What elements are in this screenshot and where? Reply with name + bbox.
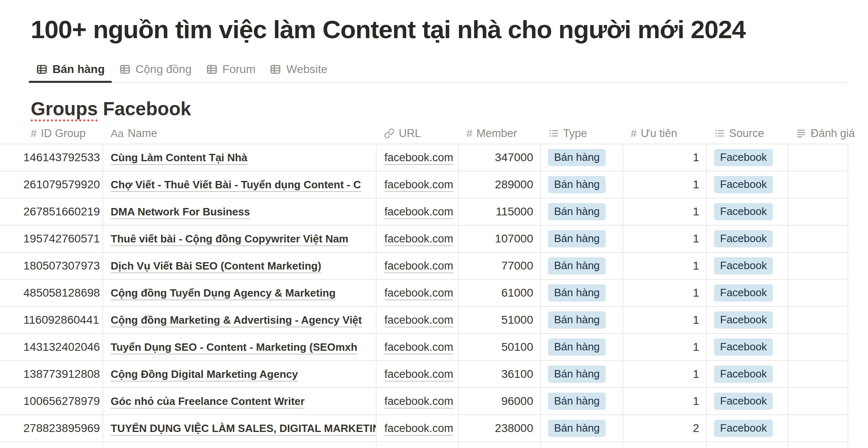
cell-rating[interactable]	[788, 280, 848, 307]
tab-ban-hang[interactable]: Bán hàng	[29, 57, 112, 82]
cell-name[interactable]: Dịch Vụ Viết Bài SEO (Content Marketing)	[103, 253, 377, 280]
cell-member[interactable]: 36100	[459, 361, 541, 388]
group-name-link[interactable]: Cộng Đồng Digital Marketing Agency	[111, 368, 298, 381]
column-header-url[interactable]: URL	[377, 123, 459, 144]
cell-name[interactable]	[103, 442, 377, 447]
cell-rating[interactable]	[788, 144, 848, 171]
tab-cong-dong[interactable]: Cộng đồng	[112, 57, 199, 82]
url-link[interactable]: facebook.com	[384, 233, 453, 245]
cell-source[interactable]: Facebook	[707, 144, 788, 171]
url-link[interactable]: facebook.com	[384, 314, 453, 327]
cell-name[interactable]: Góc nhỏ của Freelance Content Writer	[103, 388, 377, 415]
cell-type[interactable]: Bán hàng	[541, 388, 623, 415]
cell-type[interactable]: Bán hàng	[541, 171, 623, 199]
group-name-link[interactable]: Cộng đồng Tuyển Dụng Agency & Marketing	[111, 287, 336, 299]
cell-member[interactable]: 51000	[459, 307, 541, 334]
url-link[interactable]: facebook.com	[384, 206, 453, 218]
column-header-id-group[interactable]: # ID Group	[0, 123, 103, 144]
group-name-link[interactable]: TUYỂN DỤNG VIỆC LÀM SALES, DIGITAL MARKE…	[111, 422, 377, 435]
cell-source[interactable]: Facebook	[707, 307, 788, 334]
section-heading[interactable]: Groups Facebook	[31, 98, 191, 120]
url-link[interactable]: facebook.com	[384, 260, 453, 272]
cell-priority[interactable]: 1	[623, 226, 707, 253]
column-header-type[interactable]: Type	[541, 123, 623, 144]
group-name-link[interactable]: Dịch Vụ Viết Bài SEO (Content Marketing)	[111, 260, 321, 272]
cell-id-group[interactable]: 146143792533	[0, 144, 103, 171]
cell-member[interactable]: 50100	[459, 334, 541, 361]
cell-id-group[interactable]: 143132402046	[0, 334, 103, 361]
cell-priority[interactable]: 1	[623, 253, 707, 280]
cell-name[interactable]: TUYỂN DỤNG VIỆC LÀM SALES, DIGITAL MARKE…	[103, 415, 377, 442]
cell-source[interactable]: Facebook	[707, 334, 788, 361]
cell-rating[interactable]	[788, 334, 848, 361]
group-name-link[interactable]: Chợ Viết - Thuê Viết Bài - Tuyển dụng Co…	[111, 178, 361, 191]
cell-priority[interactable]: 1	[623, 280, 707, 307]
group-name-link[interactable]: Góc nhỏ của Freelance Content Writer	[111, 395, 304, 408]
cell-source[interactable]: Facebook	[707, 226, 788, 253]
cell-name[interactable]: Cộng đồng Tuyển Dụng Agency & Marketing	[103, 280, 377, 307]
cell-id-group[interactable]: 485058128698	[0, 280, 103, 307]
url-link[interactable]: facebook.com	[384, 178, 453, 191]
cell-source[interactable]: Facebook	[707, 199, 788, 226]
cell-url[interactable]: facebook.com	[377, 388, 459, 415]
url-link[interactable]: facebook.com	[384, 395, 453, 408]
column-header-name[interactable]: Aa Name	[103, 123, 377, 144]
cell-source[interactable]: Facebook	[707, 415, 788, 442]
group-name-link[interactable]: Thuê viết bài - Cộng đồng Copywriter Việ…	[111, 233, 348, 245]
cell-url[interactable]: facebook.com	[377, 307, 459, 334]
cell-id-group[interactable]: 100656278979	[0, 388, 103, 415]
cell-name[interactable]: Cùng Làm Content Tại Nhà	[103, 144, 377, 171]
cell-type[interactable]: Bán hàng	[541, 226, 623, 253]
cell-url[interactable]: facebook.com	[377, 280, 459, 307]
cell-rating[interactable]	[788, 226, 848, 253]
cell-rating[interactable]	[788, 415, 848, 442]
cell-type[interactable]	[541, 442, 623, 447]
cell-source[interactable]: Facebook	[707, 253, 788, 280]
cell-priority[interactable]: 1	[623, 388, 707, 415]
column-header-source[interactable]: Source	[707, 123, 788, 144]
tab-forum[interactable]: Forum	[199, 57, 263, 82]
url-link[interactable]: facebook.com	[384, 422, 453, 435]
column-header-uu-tien[interactable]: # Ưu tiên	[623, 123, 707, 144]
cell-type[interactable]: Bán hàng	[541, 199, 623, 226]
group-name-link[interactable]: Cùng Làm Content Tại Nhà	[111, 151, 248, 164]
cell-priority[interactable]: 1	[623, 334, 707, 361]
cell-type[interactable]: Bán hàng	[541, 144, 623, 171]
cell-source[interactable]	[707, 442, 788, 447]
cell-rating[interactable]	[788, 307, 848, 334]
cell-url[interactable]: facebook.com	[377, 253, 459, 280]
cell-id-group[interactable]: 180507307973	[0, 253, 103, 280]
url-link[interactable]: facebook.com	[384, 341, 453, 354]
cell-url[interactable]: facebook.com	[377, 199, 459, 226]
cell-id-group[interactable]: 138773912808	[0, 361, 103, 388]
cell-url[interactable]: facebook.com	[377, 415, 459, 442]
cell-priority[interactable]: 1	[623, 144, 707, 171]
url-link[interactable]: facebook.com	[384, 287, 453, 299]
cell-priority[interactable]: 1	[623, 171, 707, 199]
cell-member[interactable]: 107000	[459, 226, 541, 253]
cell-source[interactable]: Facebook	[707, 361, 788, 388]
cell-id-group[interactable]: 116092860441	[0, 307, 103, 334]
cell-member[interactable]: 61000	[459, 280, 541, 307]
cell-type[interactable]: Bán hàng	[541, 307, 623, 334]
cell-id-group[interactable]: 267851660219	[0, 199, 103, 226]
cell-priority[interactable]	[623, 442, 707, 447]
cell-type[interactable]: Bán hàng	[541, 415, 623, 442]
cell-url[interactable]	[377, 442, 459, 447]
column-header-member[interactable]: # Member	[459, 123, 541, 144]
cell-type[interactable]: Bán hàng	[541, 361, 623, 388]
cell-priority[interactable]: 1	[623, 199, 707, 226]
group-name-link[interactable]: Cộng đồng Marketing & Advertising - Agen…	[111, 314, 362, 327]
cell-member[interactable]	[459, 442, 541, 447]
cell-url[interactable]: facebook.com	[377, 334, 459, 361]
cell-rating[interactable]	[788, 388, 848, 415]
cell-member[interactable]: 238000	[459, 415, 541, 442]
group-name-link[interactable]: DMA Network For Business	[111, 206, 250, 218]
cell-url[interactable]: facebook.com	[377, 171, 459, 199]
cell-source[interactable]: Facebook	[707, 388, 788, 415]
cell-rating[interactable]	[788, 171, 848, 199]
cell-member[interactable]: 289000	[459, 171, 541, 199]
cell-priority[interactable]: 1	[623, 361, 707, 388]
cell-member[interactable]: 77000	[459, 253, 541, 280]
url-link[interactable]: facebook.com	[384, 368, 453, 381]
